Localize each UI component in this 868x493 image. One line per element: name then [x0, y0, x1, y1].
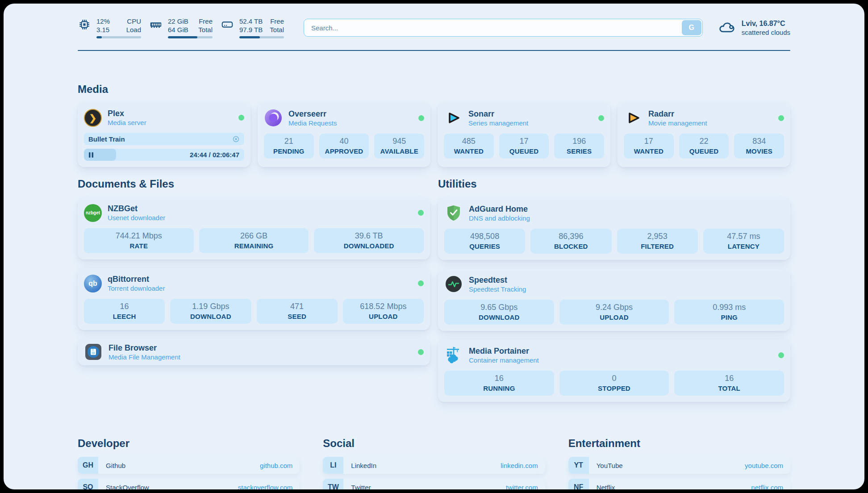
service-card-adguard[interactable]: AdGuard Home DNS and adblocking 498,508 … [438, 197, 790, 260]
service-card-speedtest[interactable]: Speedtest Speedtest Tracking 9.65 Gbps D… [438, 268, 790, 331]
bookmark-github[interactable]: GH Github github.com [78, 457, 300, 474]
stat-label: APPROVED [321, 147, 367, 155]
stat-value: 618.52 Mbps [345, 302, 422, 311]
bookmark-stackoverflow[interactable]: SO StackOverflow stackoverflow.com [78, 479, 300, 489]
bookmark-twitter[interactable]: TW Twitter twitter.com [323, 479, 545, 489]
disk-icon [221, 18, 234, 31]
bookmark-name: StackOverflow [106, 484, 149, 490]
bookmark-url: stackoverflow.com [238, 484, 293, 490]
stat-value: 498,508 [446, 232, 523, 241]
utilities-column: Utilities AdGuard Home [438, 178, 790, 410]
stat-label: QUEUED [681, 147, 727, 155]
bookmark-netflix[interactable]: NF Netflix netflix.com [568, 479, 790, 489]
stat-approved: 40 APPROVED [319, 134, 369, 159]
overseerr-icon [264, 109, 283, 127]
stat-label: DOWNLOADED [316, 242, 422, 250]
stat-label: LATENCY [705, 242, 782, 250]
weather-condition: scattered clouds [742, 28, 790, 37]
stat-value: 22 [681, 137, 727, 146]
bookmark-youtube[interactable]: YT YouTube youtube.com [568, 457, 790, 474]
stat-value: 266 GB [201, 231, 307, 241]
service-card-plex[interactable]: ❯ Plex Media server Bullet Train [78, 102, 250, 167]
cpu-label-bottom: Load [126, 25, 141, 34]
media-section: Media ❯ Plex Media server Bullet Tr [78, 83, 790, 167]
app-name: Plex [108, 109, 146, 118]
service-card-nzbget[interactable]: nzbget NZBGet Usenet downloader 744.21 M… [78, 197, 430, 259]
stat-value: 471 [259, 302, 336, 311]
sonarr-icon [444, 109, 463, 127]
stat-blocked: 86,396 BLOCKED [530, 229, 611, 254]
stat-value: 945 [376, 137, 422, 146]
stat-label: PENDING [266, 147, 312, 155]
stat-label: QUEUED [501, 147, 547, 155]
cloud-icon [718, 21, 736, 35]
disk-progress-fill [239, 36, 260, 38]
stat-value: 744.21 Mbps [86, 231, 192, 241]
service-card-overseerr[interactable]: Overseerr Media Requests 21 PENDING 40 A… [258, 102, 430, 167]
stat-label: QUERIES [446, 242, 523, 250]
service-card-qbittorrent[interactable]: qb qBittorrent Torrent downloader 16 LEE… [78, 268, 430, 330]
two-column-area: Documents & Files nzbget NZBGet Usenet d… [78, 178, 790, 410]
window-frame: 12% 3.15 CPU Load [0, 0, 868, 493]
cpu-progress-fill [96, 36, 102, 38]
app-name: NZBGet [108, 204, 165, 213]
stat-filtered: 2,953 FILTERED [617, 229, 698, 254]
bookmark-name: Netflix [597, 484, 615, 490]
service-card-radarr[interactable]: Radarr Movie management 17 WANTED 22 QUE… [618, 102, 790, 167]
stat-label: DOWNLOAD [172, 313, 249, 320]
cpu-icon [78, 18, 91, 31]
qbittorrent-icon: qb [84, 275, 102, 292]
media-grid: ❯ Plex Media server Bullet Train [78, 102, 790, 167]
filebrowser-icon [84, 343, 103, 361]
bookmark-group-developer: Developer GH Github github.com SO StackO… [78, 437, 300, 489]
section-title-entertainment: Entertainment [568, 437, 790, 450]
bookmark-url: youtube.com [745, 462, 783, 469]
app-subtitle: Movie management [648, 119, 707, 127]
search-input[interactable] [304, 19, 703, 37]
speedtest-icon [444, 275, 463, 293]
playback-progress-bar: 24:44 / 02:06:47 [84, 149, 244, 161]
cpu-widget: 12% 3.15 CPU Load [78, 17, 141, 38]
stat-value: 16 [86, 302, 163, 311]
stat-queries: 498,508 QUERIES [444, 229, 525, 254]
stat-label: AVAILABLE [376, 147, 422, 155]
playback-time: 24:44 / 02:06:47 [190, 151, 244, 159]
stat-value: 0.993 ms [676, 303, 782, 312]
portainer-icon [444, 346, 463, 364]
app-subtitle: Torrent downloader [108, 284, 165, 292]
stat-running: 16 RUNNING [444, 371, 554, 396]
service-card-sonarr[interactable]: Sonarr Series management 485 WANTED 17 Q… [438, 102, 610, 167]
header-divider [78, 50, 790, 51]
stat-value: 485 [446, 137, 492, 146]
app-subtitle: Usenet downloader [108, 213, 165, 222]
stat-label: STOPPED [561, 384, 668, 392]
disk-free-value: 52.4 TB [239, 17, 263, 25]
stat-value: 834 [736, 137, 782, 146]
service-card-filebrowser[interactable]: File Browser Media File Management [78, 338, 430, 365]
stat-label: RATE [86, 242, 192, 250]
bookmark-badge: SO [78, 479, 98, 489]
bookmark-url: linkedin.com [501, 462, 538, 469]
stat-total: 16 TOTAL [674, 371, 784, 396]
stat-value: 17 [501, 137, 547, 146]
stat-seed: 471 SEED [257, 299, 338, 324]
app-name: Speedtest [469, 275, 526, 285]
status-dot [418, 115, 424, 121]
bookmark-badge: TW [323, 479, 343, 489]
stat-value: 17 [626, 137, 672, 146]
service-card-portainer[interactable]: Media Portainer Container management 16 … [438, 339, 790, 402]
ram-label-top: Free [198, 17, 213, 25]
search-engine-button[interactable]: G [682, 20, 701, 35]
bookmark-url: netflix.com [751, 484, 783, 490]
bookmark-group-entertainment: Entertainment YT YouTube youtube.com NF … [568, 437, 790, 489]
ram-widget: 22 GiB 64 GiB Free Total [149, 17, 213, 38]
bookmark-linkedin[interactable]: LI LinkedIn linkedin.com [323, 457, 545, 474]
app-name: Overseerr [288, 109, 337, 119]
cpu-load-value: 3.15 [96, 25, 110, 34]
stat-download: 1.19 Gbps DOWNLOAD [170, 299, 251, 324]
disk-total-value: 97.9 TB [239, 25, 263, 34]
section-title-social: Social [323, 437, 545, 450]
app-name: Media Portainer [469, 346, 539, 356]
stat-download: 9.65 Gbps DOWNLOAD [444, 300, 554, 325]
ram-icon [149, 18, 163, 31]
